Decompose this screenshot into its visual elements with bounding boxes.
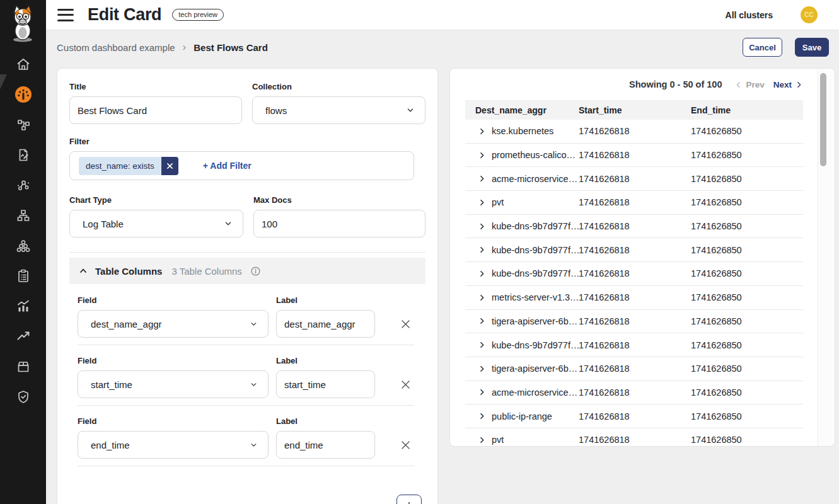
remove-column-button[interactable] <box>398 317 413 331</box>
expand-row-icon[interactable] <box>478 341 486 349</box>
close-icon <box>166 163 173 169</box>
table-row[interactable]: kube-dns-9b7d977f… 1741626818 1741626850 <box>465 262 803 286</box>
start-time-cell: 1741626818 <box>579 435 691 445</box>
add-filter-button[interactable]: + Add Filter <box>203 161 252 171</box>
cancel-button[interactable]: Cancel <box>743 38 782 57</box>
table-scrollbar[interactable] <box>818 69 834 445</box>
table-row[interactable]: kube-dns-9b7d977f… 1741626818 1741626850 <box>465 238 803 262</box>
sidebar-item-compliance-reports[interactable] <box>0 261 46 291</box>
expand-row-icon[interactable] <box>478 436 486 444</box>
sidebar-item-dashboards-active[interactable] <box>0 79 46 110</box>
page-title: Edit Card <box>88 5 161 25</box>
remove-filter-button[interactable] <box>161 157 178 175</box>
calico-cat-logo-icon[interactable] <box>6 4 39 43</box>
expand-row-icon[interactable] <box>478 365 486 373</box>
chevron-left-icon <box>734 81 743 89</box>
sidebar-item-trends[interactable] <box>0 321 46 352</box>
save-button[interactable]: Save <box>795 38 829 57</box>
table-row[interactable]: pvt 1741626818 1741626850 <box>465 428 803 447</box>
end-time-cell: 1741626850 <box>691 411 803 421</box>
sidebar-item-flow-graph[interactable] <box>0 170 46 200</box>
expand-row-icon[interactable] <box>478 127 486 135</box>
next-page-button[interactable]: Next <box>773 80 803 89</box>
info-icon[interactable] <box>250 266 261 277</box>
chevron-down-icon <box>250 441 258 449</box>
filter-label: Filter <box>69 137 425 146</box>
expand-row-icon[interactable] <box>478 175 486 183</box>
info-icon <box>250 266 261 277</box>
dashboard-gauge-icon <box>14 86 32 103</box>
table-row[interactable]: kube-dns-9b7d977f… 1741626818 1741626850 <box>465 333 803 357</box>
label-input[interactable]: end_time <box>276 431 375 459</box>
dest-name-cell: pvt <box>492 197 504 207</box>
chevron-down-icon <box>250 320 258 328</box>
collapse-section-button[interactable] <box>78 266 88 276</box>
start-time-cell: 1741626818 <box>579 126 691 136</box>
dest-name-cell: kube-dns-9b7d977f… <box>492 221 579 231</box>
collection-select[interactable]: flows <box>252 96 425 124</box>
expand-row-icon[interactable] <box>478 294 486 302</box>
label-input[interactable]: dest_name_aggr <box>276 310 375 338</box>
expand-row-icon[interactable] <box>478 270 486 278</box>
sidebar-item-reports[interactable] <box>0 140 46 170</box>
sidebar-item-clusters[interactable] <box>0 231 46 261</box>
scatter-graph-icon <box>16 178 31 193</box>
expand-row-icon[interactable] <box>478 412 486 420</box>
field-select[interactable]: start_time <box>78 370 269 398</box>
breadcrumb-parent[interactable]: Custom dashboard example <box>57 42 175 53</box>
dest-name-cell: kube-dns-9b7d977f… <box>492 268 579 278</box>
max-docs-input[interactable] <box>253 210 425 238</box>
sidebar-item-topology[interactable] <box>0 110 46 140</box>
expand-row-icon[interactable] <box>478 222 486 231</box>
end-time-cell: 1741626850 <box>691 364 803 374</box>
package-icon <box>16 359 31 374</box>
table-column-row: Field start_time Label start_time <box>78 356 425 406</box>
row-divider <box>78 405 414 406</box>
table-row[interactable]: kube-dns-9b7d977f… 1741626818 1741626850 <box>465 215 803 239</box>
sidebar-item-home[interactable] <box>0 49 46 79</box>
end-time-cell: 1741626850 <box>691 174 803 184</box>
hamburger-menu-icon[interactable] <box>57 9 74 21</box>
expand-row-icon[interactable] <box>478 317 486 325</box>
field-select[interactable]: end_time <box>78 431 269 459</box>
table-row[interactable]: acme-microservice… 1741626818 1741626850 <box>465 381 803 405</box>
shield-check-icon <box>16 389 31 404</box>
field-select[interactable]: dest_name_aggr <box>78 310 269 338</box>
topology-icon <box>16 117 31 132</box>
expand-row-icon[interactable] <box>478 151 486 159</box>
tech-preview-badge: tech preview <box>172 9 224 21</box>
sidebar-item-packages[interactable] <box>0 352 46 382</box>
start-time-cell: 1741626818 <box>579 364 691 374</box>
sidebar <box>0 0 46 504</box>
cluster-selector[interactable]: All clusters <box>726 10 773 20</box>
home-icon <box>16 57 31 72</box>
remove-column-button[interactable] <box>398 438 413 452</box>
remove-column-button[interactable] <box>398 377 413 392</box>
add-column-button[interactable]: + <box>396 495 422 504</box>
sidebar-item-sitemap[interactable] <box>0 200 46 231</box>
collection-label: Collection <box>252 82 425 91</box>
label-input[interactable]: start_time <box>276 370 375 398</box>
chart-type-select[interactable]: Log Table <box>69 210 243 238</box>
user-avatar[interactable]: CC <box>801 6 818 23</box>
title-input[interactable] <box>69 96 242 124</box>
expand-row-icon[interactable] <box>478 388 486 396</box>
expand-row-icon[interactable] <box>478 198 486 207</box>
table-row[interactable]: acme-microservice… 1741626818 1741626850 <box>465 167 803 191</box>
dest-name-cell: acme-microservice… <box>492 387 577 398</box>
table-row[interactable]: pvt 1741626818 1741626850 <box>465 191 803 215</box>
sidebar-item-security[interactable] <box>0 382 46 412</box>
table-row[interactable]: metrics-server-v1.3… 1741626818 17416268… <box>465 286 803 310</box>
scrollbar-thumb[interactable] <box>820 73 826 166</box>
label-label: Label <box>276 416 375 426</box>
table-column-row: Field dest_name_aggr Label dest_name_agg… <box>78 295 425 345</box>
table-row[interactable]: prometheus-calico… 1741626818 1741626850 <box>465 144 803 168</box>
table-row[interactable]: public-ip-range 1741626818 1741626850 <box>465 404 803 428</box>
table-row[interactable]: tigera-apiserver-6b… 1741626818 17416268… <box>465 310 803 334</box>
table-row[interactable]: kse.kubernetes 1741626818 1741626850 <box>465 120 803 144</box>
table-row[interactable]: tigera-apiserver-6b… 1741626818 17416268… <box>465 357 803 381</box>
prev-page-button[interactable]: Prev <box>734 80 764 89</box>
sidebar-item-logs[interactable] <box>0 291 46 321</box>
breadcrumb-current: Best Flows Card <box>194 42 268 53</box>
expand-row-icon[interactable] <box>478 246 486 254</box>
